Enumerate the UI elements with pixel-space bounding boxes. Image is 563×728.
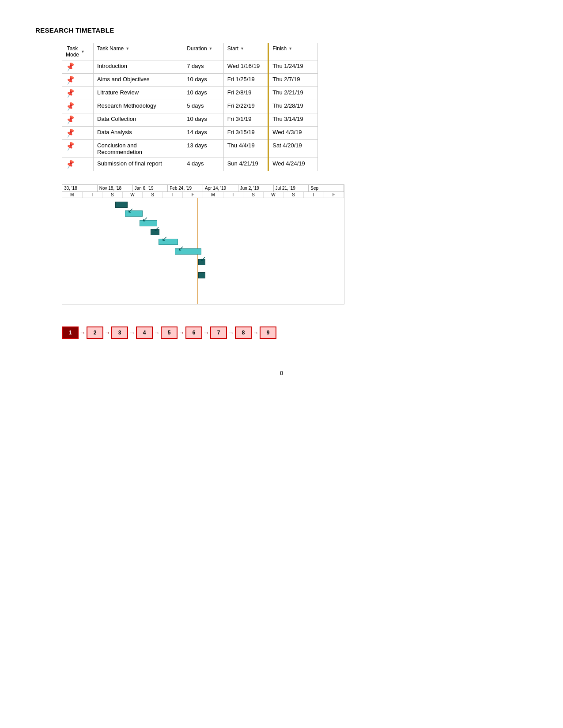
- flow-box: 6: [185, 326, 202, 339]
- gantt-day-cell: S: [143, 192, 163, 198]
- task-finish-cell: Wed 4/3/19: [268, 127, 318, 140]
- gantt-day-cell: S: [283, 192, 304, 198]
- task-duration-cell: 5 days: [183, 100, 223, 113]
- task-mode-icon: 📌: [65, 75, 76, 86]
- table-row: 📌Research Methodology5 daysFri 2/22/19Th…: [62, 100, 318, 113]
- flow-box: 2: [87, 326, 103, 339]
- th-start-label: Start: [227, 45, 238, 52]
- task-mode-cell: 📌: [62, 158, 94, 171]
- task-name-cell: Introduction: [94, 60, 183, 74]
- gantt-arrow-6: ↙: [200, 255, 206, 263]
- gantt-date-cell: 30, '18: [62, 185, 98, 191]
- task-start-cell: Sun 4/21/19: [223, 158, 268, 171]
- gantt-day-headers: MTSWSTFMTSWSTF: [62, 192, 344, 198]
- table-row: 📌Litrature Review10 daysFri 2/8/19Thu 2/…: [62, 87, 318, 100]
- task-duration-cell: 14 days: [183, 127, 223, 140]
- task-mode-icon: 📌: [65, 141, 76, 152]
- task-name-cell: Data Analysis: [94, 127, 183, 140]
- task-mode-icon: 📌: [65, 62, 76, 72]
- gantt-date-cell: Nov 18, '18: [98, 185, 133, 191]
- task-start-cell: Fri 2/22/19: [223, 100, 268, 113]
- task-start-cell: Fri 3/1/19: [223, 113, 268, 127]
- gantt-day-cell: T: [223, 192, 244, 198]
- task-duration-cell: 10 days: [183, 74, 223, 87]
- task-mode-icon: 📌: [65, 159, 76, 170]
- flow-arrow: →: [129, 329, 135, 336]
- gantt-day-cell: T: [83, 192, 103, 198]
- gantt-arrow-5: ↙: [178, 244, 184, 252]
- task-start-cell: Fri 1/25/19: [223, 74, 268, 87]
- task-start-cell: Thu 4/4/19: [223, 140, 268, 158]
- gantt-arrow-1: ↙: [128, 206, 133, 214]
- task-duration-cell: 4 days: [183, 158, 223, 171]
- gantt-date-cell: Jul 21, '19: [274, 185, 309, 191]
- task-mode-cell: 📌: [62, 87, 94, 100]
- table-row: 📌Aims and Objectives10 daysFri 1/25/19Th…: [62, 74, 318, 87]
- gantt-date-cell: Jan 6, '19: [133, 185, 168, 191]
- task-name-cell: Data Collection: [94, 113, 183, 127]
- task-table-wrapper: TaskMode ▼ Task Name ▼ Duration ▼: [62, 43, 528, 171]
- flow-box: 3: [111, 326, 128, 339]
- name-dropdown-icon[interactable]: ▼: [125, 46, 129, 51]
- mode-dropdown-icon[interactable]: ▼: [81, 49, 85, 54]
- task-name-cell: Aims and Objectives: [94, 74, 183, 87]
- flow-box: 7: [210, 326, 227, 339]
- task-finish-cell: Thu 2/21/19: [268, 87, 318, 100]
- gantt-date-cell: Sep: [309, 185, 344, 191]
- th-finish-label: Finish: [272, 45, 287, 52]
- th-name: Task Name ▼: [94, 43, 183, 60]
- task-duration-cell: 13 days: [183, 140, 223, 158]
- task-finish-cell: Thu 2/7/19: [268, 74, 318, 87]
- task-mode-cell: 📌: [62, 60, 94, 74]
- gantt-day-cell: W: [264, 192, 284, 198]
- task-mode-icon: 📌: [65, 128, 76, 139]
- flow-arrow: →: [253, 329, 259, 336]
- task-mode-icon: 📌: [65, 101, 76, 112]
- th-duration-label: Duration: [187, 45, 207, 52]
- task-mode-icon: 📌: [65, 88, 76, 99]
- task-mode-cell: 📌: [62, 100, 94, 113]
- start-dropdown-icon[interactable]: ▼: [240, 46, 244, 51]
- gantt-bars-area: ↙ ↙ ↙ ↙ ↙ ↙: [62, 198, 344, 304]
- table-row: 📌Conclusion and Recommendetion13 daysThu…: [62, 140, 318, 158]
- gantt-day-cell: S: [102, 192, 123, 198]
- gantt-day-cell: T: [163, 192, 183, 198]
- flow-box: 5: [161, 326, 178, 339]
- task-start-cell: Fri 3/15/19: [223, 127, 268, 140]
- gantt-day-cell: M: [62, 192, 83, 198]
- task-name-cell: Submission of final report: [94, 158, 183, 171]
- finish-dropdown-icon[interactable]: ▼: [288, 46, 292, 51]
- gantt-date-cell: Jun 2, '19: [238, 185, 274, 191]
- th-finish: Finish ▼: [268, 43, 318, 60]
- table-row: 📌Data Analysis14 daysFri 3/15/19Wed 4/3/…: [62, 127, 318, 140]
- task-duration-cell: 7 days: [183, 60, 223, 74]
- flow-arrow: →: [203, 329, 209, 336]
- gantt-arrow-4: ↙: [162, 234, 167, 243]
- task-mode-cell: 📌: [62, 127, 94, 140]
- task-duration-cell: 10 days: [183, 87, 223, 100]
- gantt-date-cell: Apr 14, '19: [203, 185, 238, 191]
- flow-arrow: →: [154, 329, 160, 336]
- th-mode: TaskMode ▼: [62, 43, 94, 60]
- task-mode-icon: 📌: [65, 115, 76, 125]
- flow-diagram: 1→2→3→4→5→6→7→8→9: [62, 322, 528, 343]
- task-finish-cell: Thu 2/28/19: [268, 100, 318, 113]
- th-mode-label: TaskMode: [66, 45, 79, 58]
- page-title: RESEARCH TIMETABLE: [35, 26, 528, 34]
- th-start: Start ▼: [223, 43, 268, 60]
- flow-arrow: →: [104, 329, 110, 336]
- task-name-cell: Litrature Review: [94, 87, 183, 100]
- task-finish-cell: Thu 1/24/19: [268, 60, 318, 74]
- flow-box: 8: [235, 326, 252, 339]
- gantt-bar-1: [115, 202, 128, 208]
- task-mode-cell: 📌: [62, 140, 94, 158]
- th-duration: Duration ▼: [183, 43, 223, 60]
- flow-box: 9: [260, 326, 276, 339]
- gantt-day-cell: F: [324, 192, 344, 198]
- gantt-date-cell: Feb 24, '19: [168, 185, 203, 191]
- duration-dropdown-icon[interactable]: ▼: [209, 46, 213, 51]
- table-row: 📌Data Collection10 daysFri 3/1/19Thu 3/1…: [62, 113, 318, 127]
- gantt-day-cell: M: [203, 192, 223, 198]
- task-name-cell: Research Methodology: [94, 100, 183, 113]
- task-mode-cell: 📌: [62, 113, 94, 127]
